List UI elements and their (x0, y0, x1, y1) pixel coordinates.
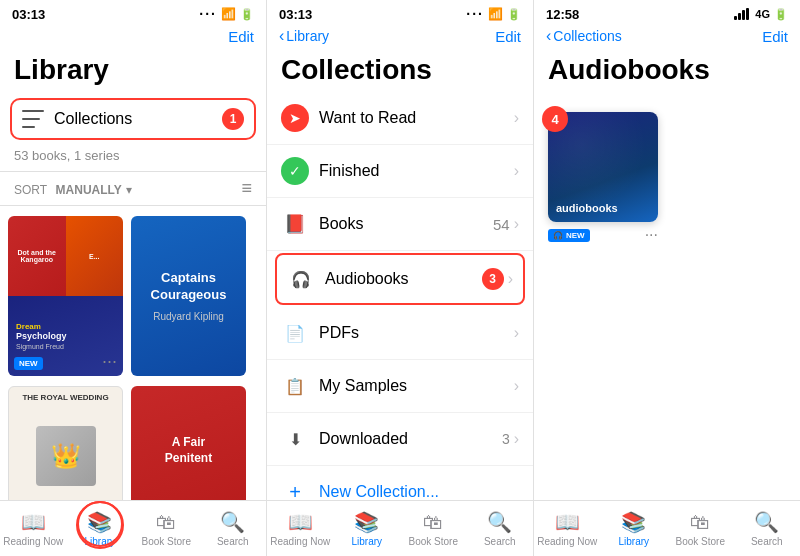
battery-icon-2: 🔋 (507, 8, 521, 21)
back-button-2[interactable]: ‹ Library (279, 27, 329, 45)
sub-info: 53 books, 1 series (0, 146, 266, 171)
library-label-3: Library (618, 536, 649, 547)
new-text-1: NEW (566, 231, 585, 240)
reading-now-icon-3: 📖 (555, 510, 580, 534)
back-label-3: Collections (553, 28, 621, 44)
books-label: Books (319, 215, 493, 233)
search-label-1: Search (217, 536, 249, 547)
books-count: 54 (493, 216, 510, 233)
books-grid: Dot and the Kangaroo E... Dream Psycholo… (0, 206, 266, 500)
network-label-3: 4G (755, 8, 770, 20)
bookstore-icon-3: 🛍 (690, 511, 710, 534)
bookstore-icon-1: 🛍 (156, 511, 176, 534)
collection-books[interactable]: 📕 Books 54 › (267, 198, 533, 251)
downloaded-icon: ⬇ (281, 425, 309, 453)
audio-more-button-1[interactable]: ··· (645, 226, 658, 244)
nav-reading-now-3[interactable]: 📖 Reading Now (534, 505, 601, 552)
collection-list: ➤ Want to Read › ✓ Finished › 📕 Books 54… (267, 92, 533, 500)
books-icon: 📕 (281, 210, 309, 238)
collection-downloaded[interactable]: ⬇ Downloaded 3 › (267, 413, 533, 466)
header-3: ‹ Collections Edit (534, 24, 800, 50)
nav-bookstore-2[interactable]: 🛍 Book Store (400, 505, 467, 552)
finished-icon: ✓ (281, 157, 309, 185)
edit-button-1[interactable]: Edit (228, 28, 254, 45)
library-label-2: Library (351, 536, 382, 547)
book-fair[interactable]: A FairPenitent (131, 386, 246, 500)
new-badge-1: NEW (14, 357, 43, 370)
finished-chevron: › (514, 162, 519, 180)
nav-library-3[interactable]: 📚 Library (601, 505, 668, 552)
audiobooks-icon: 🎧 (287, 265, 315, 293)
badge-3: 3 (482, 268, 504, 290)
book-royal[interactable]: THE ROYAL WEDDING 👑 (8, 386, 123, 500)
bookstore-label-1: Book Store (142, 536, 191, 547)
nav-reading-now-2[interactable]: 📖 Reading Now (267, 505, 334, 552)
want-read-icon: ➤ (281, 104, 309, 132)
nav-library-2[interactable]: 📚 Library (334, 505, 401, 552)
finished-label: Finished (319, 162, 514, 180)
reading-now-icon-1: 📖 (21, 510, 46, 534)
nav-search-1[interactable]: 🔍 Search (200, 505, 267, 552)
bookstore-icon-2: 🛍 (423, 511, 443, 534)
sort-prefix: SORT (14, 183, 47, 197)
collections-panel: 03:13 ··· 📶 🔋 ‹ Library Edit Collections… (267, 0, 534, 556)
search-icon-3: 🔍 (754, 510, 779, 534)
nav-bookstore-1[interactable]: 🛍 Book Store (133, 505, 200, 552)
collection-new[interactable]: + New Collection... (267, 466, 533, 500)
book-captains[interactable]: CaptainsCourageous Rudyard Kipling (131, 216, 246, 376)
grid-icon[interactable]: ≡ (241, 178, 252, 199)
back-chevron-3: ‹ (546, 27, 551, 45)
sort-row: SORT MANUALLY ▾ ≡ (0, 171, 266, 206)
reading-now-label-1: Reading Now (3, 536, 63, 547)
dots-icon-1: ··· (199, 6, 217, 22)
search-label-3: Search (751, 536, 783, 547)
sort-chevron: ▾ (126, 183, 132, 197)
library-panel: 03:13 ··· 📶 🔋 Edit Library Collections 1… (0, 0, 267, 556)
samples-label: My Samples (319, 377, 514, 395)
new-collection-icon: + (281, 478, 309, 500)
library-icon-3: 📚 (621, 510, 646, 534)
edit-button-2[interactable]: Edit (495, 28, 521, 45)
audiobooks-chevron: › (508, 270, 513, 288)
nav-reading-now-1[interactable]: 📖 Reading Now (0, 505, 67, 552)
page-title-2: Collections (267, 50, 533, 92)
status-icons-1: ··· 📶 🔋 (199, 6, 254, 22)
fair-title: A FairPenitent (165, 435, 212, 466)
collections-label: Collections (54, 110, 132, 128)
collection-pdfs[interactable]: 📄 PDFs › (267, 307, 533, 360)
wifi-icon-1: 📶 (221, 7, 236, 21)
pdfs-chevron: › (514, 324, 519, 342)
collection-samples[interactable]: 📋 My Samples › (267, 360, 533, 413)
want-read-label: Want to Read (319, 109, 514, 127)
collection-finished[interactable]: ✓ Finished › (267, 145, 533, 198)
nav-search-2[interactable]: 🔍 Search (467, 505, 534, 552)
bottom-nav-1: 📖 Reading Now 📚 Library 🛍 Book Store 🔍 S… (0, 500, 266, 556)
collections-item[interactable]: Collections 1 (10, 98, 256, 140)
captains-title: CaptainsCourageous (151, 270, 227, 304)
status-bar-2: 03:13 ··· 📶 🔋 (267, 0, 533, 24)
collection-audiobooks[interactable]: 🎧 Audiobooks 3 › (275, 253, 525, 305)
nav-bookstore-3[interactable]: 🛍 Book Store (667, 505, 734, 552)
collection-want-read[interactable]: ➤ Want to Read › (267, 92, 533, 145)
bookstore-label-3: Book Store (676, 536, 725, 547)
books-chevron: › (514, 215, 519, 233)
samples-chevron: › (514, 377, 519, 395)
edit-button-3[interactable]: Edit (762, 28, 788, 45)
wifi-icon-2: 📶 (488, 7, 503, 21)
back-button-3[interactable]: ‹ Collections (546, 27, 622, 45)
audiobook-cover-1: audiobooks (548, 112, 658, 222)
nav-library-1[interactable]: 📚 Library (67, 505, 134, 552)
nav-search-3[interactable]: 🔍 Search (734, 505, 801, 552)
books-row-2: THE ROYAL WEDDING 👑 A FairPenitent (8, 386, 258, 500)
menu-icon (22, 110, 44, 128)
more-button-1[interactable]: ··· (102, 351, 117, 372)
status-bar-1: 03:13 ··· 📶 🔋 (0, 0, 266, 24)
audio-new-badge-1: 🎧 NEW (548, 229, 590, 242)
header-1: Edit (0, 24, 266, 50)
book-dream[interactable]: Dot and the Kangaroo E... Dream Psycholo… (8, 216, 123, 376)
samples-icon: 📋 (281, 372, 309, 400)
search-icon-1: 🔍 (220, 510, 245, 534)
audiobook-card-1[interactable]: 4 audiobooks 🎧 NEW ··· (548, 112, 658, 244)
pdfs-icon: 📄 (281, 319, 309, 347)
reading-now-label-2: Reading Now (270, 536, 330, 547)
